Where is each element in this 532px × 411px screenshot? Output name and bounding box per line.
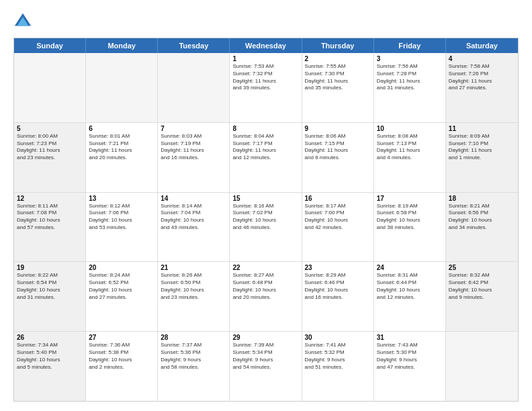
calendar-row-4: 19Sunrise: 8:22 AM Sunset: 6:54 PM Dayli… bbox=[14, 262, 518, 332]
empty-cell bbox=[86, 53, 158, 122]
day-info: Sunrise: 8:24 AM Sunset: 6:52 PM Dayligh… bbox=[89, 272, 154, 301]
day-cell-10: 10Sunrise: 8:08 AM Sunset: 7:13 PM Dayli… bbox=[374, 123, 446, 192]
day-info: Sunrise: 8:08 AM Sunset: 7:13 PM Dayligh… bbox=[377, 133, 443, 162]
day-info: Sunrise: 8:17 AM Sunset: 7:00 PM Dayligh… bbox=[305, 203, 371, 232]
calendar-row-5: 26Sunrise: 7:34 AM Sunset: 5:40 PM Dayli… bbox=[14, 332, 518, 401]
day-cell-11: 11Sunrise: 8:09 AM Sunset: 7:10 PM Dayli… bbox=[446, 123, 518, 192]
day-number: 20 bbox=[89, 264, 154, 271]
day-cell-25: 25Sunrise: 8:32 AM Sunset: 6:42 PM Dayli… bbox=[446, 262, 518, 331]
day-info: Sunrise: 8:04 AM Sunset: 7:17 PM Dayligh… bbox=[232, 133, 298, 162]
day-info: Sunrise: 8:00 AM Sunset: 7:23 PM Dayligh… bbox=[17, 133, 83, 162]
day-info: Sunrise: 7:55 AM Sunset: 7:30 PM Dayligh… bbox=[305, 63, 371, 92]
day-info: Sunrise: 8:03 AM Sunset: 7:19 PM Dayligh… bbox=[161, 133, 226, 162]
day-info: Sunrise: 7:56 AM Sunset: 7:28 PM Dayligh… bbox=[377, 63, 443, 92]
day-cell-5: 5Sunrise: 8:00 AM Sunset: 7:23 PM Daylig… bbox=[14, 123, 86, 192]
day-info: Sunrise: 8:32 AM Sunset: 6:42 PM Dayligh… bbox=[449, 272, 515, 301]
day-cell-19: 19Sunrise: 8:22 AM Sunset: 6:54 PM Dayli… bbox=[14, 262, 86, 331]
day-number: 10 bbox=[377, 125, 443, 132]
header-day-wednesday: Wednesday bbox=[230, 38, 302, 53]
calendar-row-2: 5Sunrise: 8:00 AM Sunset: 7:23 PM Daylig… bbox=[14, 123, 518, 193]
day-number: 3 bbox=[377, 55, 443, 62]
day-number: 31 bbox=[377, 334, 443, 341]
day-number: 15 bbox=[232, 195, 298, 202]
day-info: Sunrise: 8:01 AM Sunset: 7:21 PM Dayligh… bbox=[89, 133, 154, 162]
day-cell-4: 4Sunrise: 7:58 AM Sunset: 7:26 PM Daylig… bbox=[446, 53, 518, 122]
day-cell-16: 16Sunrise: 8:17 AM Sunset: 7:00 PM Dayli… bbox=[302, 193, 374, 262]
day-number: 16 bbox=[305, 195, 371, 202]
day-info: Sunrise: 8:14 AM Sunset: 7:04 PM Dayligh… bbox=[161, 203, 226, 232]
day-cell-21: 21Sunrise: 8:26 AM Sunset: 6:50 PM Dayli… bbox=[158, 262, 230, 331]
day-cell-8: 8Sunrise: 8:04 AM Sunset: 7:17 PM Daylig… bbox=[230, 123, 302, 192]
day-info: Sunrise: 8:11 AM Sunset: 7:08 PM Dayligh… bbox=[17, 203, 83, 232]
day-info: Sunrise: 8:31 AM Sunset: 6:44 PM Dayligh… bbox=[377, 272, 443, 301]
day-number: 19 bbox=[17, 264, 83, 271]
day-number: 27 bbox=[89, 334, 154, 341]
day-number: 22 bbox=[232, 264, 298, 271]
day-info: Sunrise: 8:16 AM Sunset: 7:02 PM Dayligh… bbox=[232, 203, 298, 232]
page: SundayMondayTuesdayWednesdayThursdayFrid… bbox=[0, 0, 532, 411]
calendar: SundayMondayTuesdayWednesdayThursdayFrid… bbox=[13, 38, 519, 402]
day-cell-7: 7Sunrise: 8:03 AM Sunset: 7:19 PM Daylig… bbox=[158, 123, 230, 192]
day-cell-18: 18Sunrise: 8:21 AM Sunset: 6:56 PM Dayli… bbox=[446, 193, 518, 262]
day-info: Sunrise: 7:53 AM Sunset: 7:32 PM Dayligh… bbox=[232, 63, 298, 92]
calendar-row-3: 12Sunrise: 8:11 AM Sunset: 7:08 PM Dayli… bbox=[14, 193, 518, 263]
day-info: Sunrise: 8:09 AM Sunset: 7:10 PM Dayligh… bbox=[449, 133, 515, 162]
day-info: Sunrise: 7:36 AM Sunset: 5:38 PM Dayligh… bbox=[89, 342, 154, 371]
header-day-sunday: Sunday bbox=[14, 38, 86, 53]
header-day-saturday: Saturday bbox=[446, 38, 518, 53]
empty-cell bbox=[14, 53, 86, 122]
day-number: 21 bbox=[161, 264, 226, 271]
day-cell-28: 28Sunrise: 7:37 AM Sunset: 5:36 PM Dayli… bbox=[158, 332, 230, 401]
day-info: Sunrise: 7:37 AM Sunset: 5:36 PM Dayligh… bbox=[161, 342, 226, 371]
day-info: Sunrise: 7:58 AM Sunset: 7:26 PM Dayligh… bbox=[449, 63, 515, 92]
header-day-tuesday: Tuesday bbox=[158, 38, 230, 53]
day-cell-26: 26Sunrise: 7:34 AM Sunset: 5:40 PM Dayli… bbox=[14, 332, 86, 401]
day-number: 29 bbox=[232, 334, 298, 341]
empty-cell bbox=[446, 332, 518, 401]
day-number: 28 bbox=[161, 334, 226, 341]
day-number: 26 bbox=[17, 334, 83, 341]
day-info: Sunrise: 8:12 AM Sunset: 7:06 PM Dayligh… bbox=[89, 203, 154, 232]
day-number: 18 bbox=[449, 195, 515, 202]
day-cell-29: 29Sunrise: 7:39 AM Sunset: 5:34 PM Dayli… bbox=[230, 332, 302, 401]
day-info: Sunrise: 8:27 AM Sunset: 6:48 PM Dayligh… bbox=[232, 272, 298, 301]
day-number: 11 bbox=[449, 125, 515, 132]
day-number: 4 bbox=[449, 55, 515, 62]
day-number: 1 bbox=[232, 55, 298, 62]
day-number: 25 bbox=[449, 264, 515, 271]
day-number: 12 bbox=[17, 195, 83, 202]
day-number: 17 bbox=[377, 195, 443, 202]
day-number: 9 bbox=[305, 125, 371, 132]
header-day-friday: Friday bbox=[374, 38, 446, 53]
day-info: Sunrise: 8:21 AM Sunset: 6:56 PM Dayligh… bbox=[449, 203, 515, 232]
logo-icon bbox=[13, 12, 32, 31]
day-number: 30 bbox=[305, 334, 371, 341]
calendar-body: 1Sunrise: 7:53 AM Sunset: 7:32 PM Daylig… bbox=[14, 53, 518, 401]
header bbox=[13, 12, 519, 31]
day-cell-20: 20Sunrise: 8:24 AM Sunset: 6:52 PM Dayli… bbox=[86, 262, 158, 331]
day-info: Sunrise: 8:29 AM Sunset: 6:46 PM Dayligh… bbox=[305, 272, 371, 301]
day-cell-9: 9Sunrise: 8:06 AM Sunset: 7:15 PM Daylig… bbox=[302, 123, 374, 192]
header-day-thursday: Thursday bbox=[302, 38, 374, 53]
day-number: 23 bbox=[305, 264, 371, 271]
day-cell-13: 13Sunrise: 8:12 AM Sunset: 7:06 PM Dayli… bbox=[86, 193, 158, 262]
day-number: 14 bbox=[161, 195, 226, 202]
day-cell-22: 22Sunrise: 8:27 AM Sunset: 6:48 PM Dayli… bbox=[230, 262, 302, 331]
day-cell-14: 14Sunrise: 8:14 AM Sunset: 7:04 PM Dayli… bbox=[158, 193, 230, 262]
day-number: 5 bbox=[17, 125, 83, 132]
day-cell-1: 1Sunrise: 7:53 AM Sunset: 7:32 PM Daylig… bbox=[230, 53, 302, 122]
day-info: Sunrise: 8:22 AM Sunset: 6:54 PM Dayligh… bbox=[17, 272, 83, 301]
day-cell-12: 12Sunrise: 8:11 AM Sunset: 7:08 PM Dayli… bbox=[14, 193, 86, 262]
day-info: Sunrise: 7:43 AM Sunset: 5:30 PM Dayligh… bbox=[377, 342, 443, 371]
day-number: 13 bbox=[89, 195, 154, 202]
day-number: 8 bbox=[232, 125, 298, 132]
day-number: 24 bbox=[377, 264, 443, 271]
day-cell-2: 2Sunrise: 7:55 AM Sunset: 7:30 PM Daylig… bbox=[302, 53, 374, 122]
day-info: Sunrise: 8:26 AM Sunset: 6:50 PM Dayligh… bbox=[161, 272, 226, 301]
day-cell-15: 15Sunrise: 8:16 AM Sunset: 7:02 PM Dayli… bbox=[230, 193, 302, 262]
calendar-header: SundayMondayTuesdayWednesdayThursdayFrid… bbox=[14, 38, 518, 53]
day-info: Sunrise: 7:41 AM Sunset: 5:32 PM Dayligh… bbox=[305, 342, 371, 371]
day-number: 7 bbox=[161, 125, 226, 132]
day-cell-17: 17Sunrise: 8:19 AM Sunset: 6:58 PM Dayli… bbox=[374, 193, 446, 262]
empty-cell bbox=[158, 53, 230, 122]
